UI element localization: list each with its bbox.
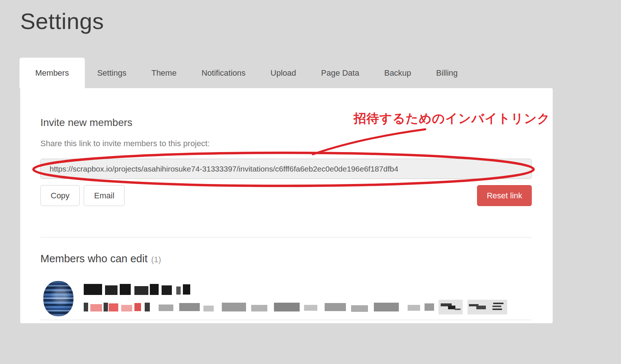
members-heading-text: Members who can edit: [40, 253, 148, 264]
tab-backup[interactable]: Backup: [372, 58, 423, 88]
section-divider: [40, 237, 532, 238]
invite-description: Share this link to invite members to thi…: [40, 139, 210, 148]
members-heading: Members who can edit(1): [40, 253, 161, 265]
member-avatar: [43, 281, 73, 316]
bottom-divider: [40, 320, 532, 320]
page-title: Settings: [20, 8, 104, 34]
invite-heading: Invite new members: [40, 117, 133, 129]
reset-link-button[interactable]: Reset link: [477, 185, 532, 206]
email-button[interactable]: Email: [84, 185, 124, 206]
tab-notifications[interactable]: Notifications: [189, 58, 258, 88]
copy-button[interactable]: Copy: [40, 185, 80, 206]
tab-billing[interactable]: Billing: [424, 58, 470, 88]
annotation-label: 招待するためのインバイトリンク: [354, 110, 550, 127]
tab-upload[interactable]: Upload: [258, 58, 309, 88]
redacted-badge: [438, 300, 463, 314]
redacted-member-name: [84, 283, 190, 296]
invite-link-input[interactable]: [40, 159, 532, 179]
tab-members[interactable]: Members: [19, 58, 85, 88]
invite-actions: Copy Email: [40, 185, 124, 205]
redacted-member-details: [84, 300, 507, 314]
settings-page: Settings Members Settings Theme Notifica…: [0, 0, 621, 364]
tab-page-data[interactable]: Page Data: [308, 58, 372, 88]
tab-settings[interactable]: Settings: [85, 58, 139, 88]
tab-theme[interactable]: Theme: [139, 58, 189, 88]
tab-bar: Members Settings Theme Notifications Upl…: [19, 58, 470, 88]
redacted-badge: [467, 300, 507, 314]
members-count: (1): [151, 255, 161, 264]
